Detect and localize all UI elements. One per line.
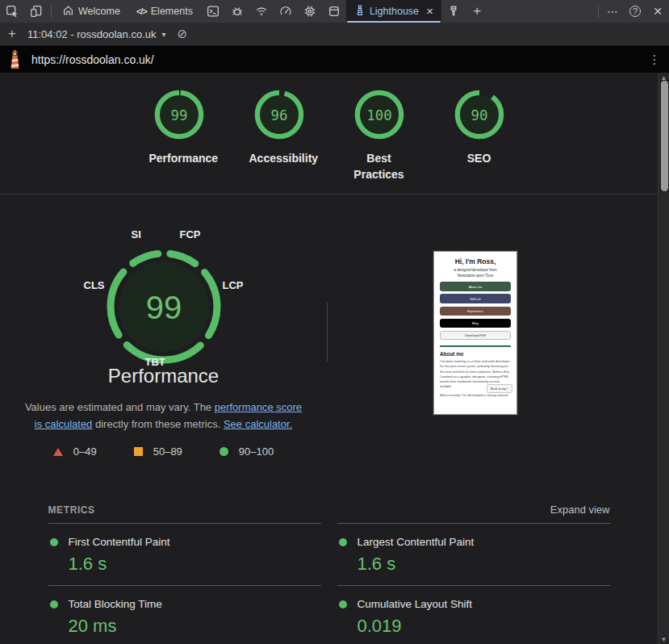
debug-bug-icon[interactable]	[225, 0, 249, 23]
lighthouse-logo-icon	[6, 49, 23, 69]
tab-welcome[interactable]: Welcome	[54, 0, 128, 23]
metric-largest-contentful-paint: Largest Contentful Paint 1.6 s	[337, 523, 610, 586]
clear-all-icon[interactable]: ⊘	[178, 27, 188, 41]
tab-elements-label: Elements	[151, 6, 193, 17]
report-scrollbar[interactable]: ▲ ▼	[658, 73, 669, 644]
svg-text:99: 99	[170, 107, 187, 123]
legend-range: 90–100	[239, 445, 274, 458]
application-icon[interactable]	[322, 0, 346, 23]
help-icon[interactable]: ?	[624, 0, 646, 23]
more-tabs-icon[interactable]: +	[466, 0, 488, 23]
performance-score-gauge[interactable]: 99 FCPLCPTBTCLSSI	[99, 242, 228, 371]
scrollbar-thumb[interactable]	[661, 81, 668, 191]
final-screenshot-thumbnail: Hi, I'm Ross, a designer/developer from …	[433, 251, 517, 415]
score-gauge-best-practices[interactable]: 100 Best Practices	[344, 90, 415, 194]
metrics-section: METRICS Expand view First Contentful Pai…	[48, 504, 610, 644]
close-tab-icon[interactable]: ✕	[426, 6, 433, 17]
metrics-title: METRICS	[48, 504, 95, 516]
new-audit-icon[interactable]: +	[0, 26, 24, 42]
metric-tick-fcp: FCP	[180, 228, 201, 240]
metric-value: 0.019	[357, 616, 610, 637]
metric-tick-si: SI	[132, 228, 141, 240]
metric-total-blocking-time: Total Blocking Time 20 ms	[48, 585, 321, 644]
metric-cumulative-layout-shift: Cumulative Layout Shift 0.019	[337, 585, 610, 644]
tab-elements[interactable]: </> Elements	[128, 0, 201, 23]
inspect-icon[interactable]	[0, 0, 24, 23]
thumb-button: Skill set	[440, 294, 511, 303]
report-url-header: https://rossdoolan.co.uk/ ⋮	[0, 46, 669, 73]
metric-name: Cumulative Layout Shift	[357, 598, 473, 610]
thumb-section-heading: About me	[440, 351, 511, 357]
svg-text:90: 90	[470, 107, 487, 123]
thumb-buttons: About meSkill setExperienceBlogDownload …	[440, 282, 511, 340]
memory-icon[interactable]	[298, 0, 322, 23]
score-gauge-performance[interactable]: 99 Performance	[144, 90, 215, 194]
legend-item-square: 50–89	[134, 445, 182, 458]
tabbar-spacer	[488, 0, 596, 23]
toolbar-divider	[51, 5, 52, 18]
metric-tick-lcp: LCP	[223, 279, 244, 291]
tab-lighthouse-label: Lighthouse	[370, 6, 419, 17]
metric-first-contentful-paint: First Contentful Paint 1.6 s	[48, 523, 321, 586]
score-label-performance: Performance	[149, 150, 209, 166]
legend-square-icon	[134, 447, 143, 456]
performance-score-value: 99	[145, 290, 182, 325]
performance-section: 99 FCPLCPTBTCLSSI Performance Values are…	[0, 194, 658, 468]
more-options-icon[interactable]: ⋯	[601, 0, 624, 23]
metric-tick-cls: CLS	[84, 279, 105, 291]
score-legend: 0–49 50–89 90–100	[53, 445, 274, 458]
metrics-header: METRICS Expand view	[48, 504, 610, 516]
rendering-brush-icon[interactable]	[441, 0, 466, 23]
thumb-button: Blog	[440, 319, 511, 328]
performance-icon[interactable]	[274, 0, 298, 23]
metric-pass-icon	[50, 600, 58, 608]
lighthouse-tab-icon	[354, 4, 366, 19]
score-gauge-accessibility[interactable]: 96 Accessibility	[244, 90, 315, 194]
report-menu-kebab-icon[interactable]: ⋮	[646, 52, 663, 67]
device-toolbar-icon[interactable]	[24, 0, 48, 23]
legend-range: 50–89	[153, 445, 182, 458]
score-label-seo: SEO	[467, 150, 491, 166]
metric-name: Total Blocking Time	[69, 598, 162, 610]
lighthouse-report: 99 Performance 96 Accessibility 100 Best…	[0, 73, 669, 644]
metric-tick-tbt: TBT	[145, 356, 165, 368]
console-icon[interactable]	[201, 0, 225, 23]
score-gauge-seo[interactable]: 90 SEO	[444, 90, 515, 194]
thumb-back-to-top: Back to top ↑	[487, 384, 512, 393]
see-calculator-link[interactable]: See calculator.	[224, 418, 292, 430]
help-glyph: ?	[629, 6, 641, 17]
thumb-divider	[440, 345, 511, 347]
legend-triangle-icon	[53, 448, 63, 456]
report-selector[interactable]: 11:04:02 - rossdoolan.co.uk ▾	[24, 28, 169, 40]
toolbar-divider-right	[598, 5, 599, 18]
tab-welcome-label: Welcome	[78, 6, 120, 17]
report-selector-label: 11:04:02 - rossdoolan.co.uk	[27, 28, 156, 40]
lighthouse-run-toolbar: + 11:04:02 - rossdoolan.co.uk ▾ ⊘	[0, 23, 669, 46]
report-url: https://rossdoolan.co.uk/	[31, 53, 154, 66]
svg-text:96: 96	[270, 107, 287, 123]
network-icon[interactable]	[249, 0, 274, 23]
thumb-button: Experience	[440, 307, 511, 316]
score-label-accessibility: Accessibility	[249, 150, 309, 166]
metric-value: 1.6 s	[69, 554, 321, 575]
metric-value: 1.6 s	[357, 554, 610, 575]
metric-value: 20 ms	[69, 616, 321, 637]
thumb-button: About me	[440, 282, 511, 291]
metric-name: Largest Contentful Paint	[357, 536, 475, 548]
thumb-heading: Hi, I'm Ross,	[440, 257, 511, 266]
disclaimer-text: Values are estimated and may vary. The	[25, 401, 215, 413]
chevron-down-icon: ▾	[161, 30, 165, 39]
legend-range: 0–49	[73, 445, 97, 458]
close-devtools-icon[interactable]: ✕	[646, 0, 669, 23]
thumb-more-text: More recently, I've developed a strong i…	[440, 393, 511, 397]
legend-item-circle: 90–100	[220, 445, 274, 458]
metric-pass-icon	[50, 538, 58, 546]
scroll-down-icon[interactable]: ▼	[659, 634, 669, 644]
devtools-tabbar: Welcome </> Elements Lighthouse ✕ + ⋯ ? …	[0, 0, 669, 23]
tab-lighthouse[interactable]: Lighthouse ✕	[346, 0, 441, 23]
final-screenshot-block: Hi, I'm Ross, a designer/developer from …	[310, 242, 641, 468]
expand-view-link[interactable]: Expand view	[550, 504, 610, 516]
score-summary: 99 Performance 96 Accessibility 100 Best…	[0, 73, 658, 194]
home-icon	[62, 4, 74, 19]
elements-icon: </>	[136, 6, 147, 16]
